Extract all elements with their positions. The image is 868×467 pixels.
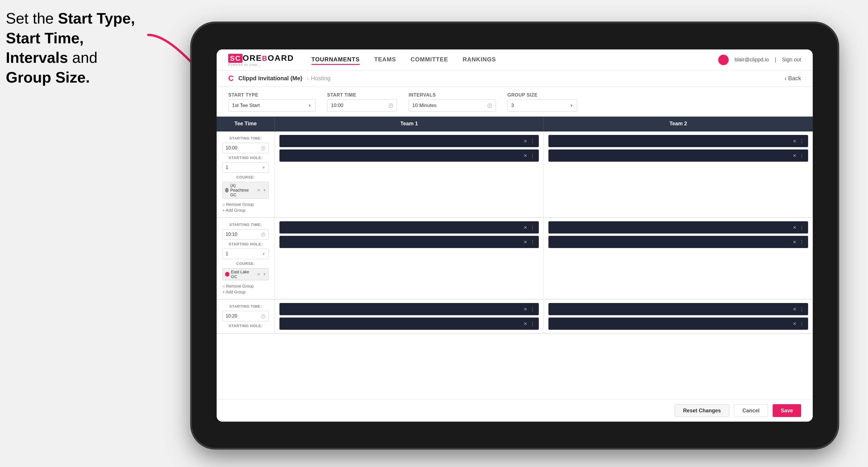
player-chevron-btn[interactable]: ⋮ (530, 239, 535, 245)
group-size-select[interactable]: 3 ▼ (507, 99, 577, 112)
nav-link-rankings[interactable]: RANKINGS (463, 55, 496, 65)
logo-sub: Powered by clipp... (228, 63, 294, 66)
player-row-actions: ✕ ⋮ (523, 307, 535, 312)
player-row-actions: ✕ ⋮ (793, 153, 804, 158)
starting-hole-input-2[interactable]: 1 ▼ (222, 249, 269, 259)
tablet-screen: SCOREBOARD Powered by clipp... TOURNAMEN… (217, 50, 813, 422)
nav-links: TOURNAMENTS TEAMS COMMITTEE RANKINGS (311, 55, 718, 65)
player-chevron-btn[interactable]: ⋮ (799, 307, 804, 312)
highlight-group-size: Group Size. (6, 69, 90, 86)
separator: | (775, 57, 776, 63)
starting-time-input-3[interactable]: 10:20 🕐 (222, 311, 269, 321)
player-x-btn[interactable]: ✕ (793, 138, 797, 144)
start-time-select[interactable]: 10:00 🕐 (327, 99, 397, 112)
start-time-group: Start Time 10:00 🕐 (327, 92, 397, 112)
player-chevron-btn[interactable]: ⋮ (530, 225, 535, 230)
player-row: ✕ ⋮ (279, 150, 539, 162)
player-row-actions: ✕ ⋮ (523, 138, 535, 144)
nav-link-committee[interactable]: COMMITTEE (411, 55, 448, 65)
schedule-table: Tee Time Team 1 Team 2 STARTING TIME: 10… (217, 117, 813, 399)
back-button[interactable]: Back (784, 75, 801, 82)
player-x-btn[interactable]: ✕ (523, 153, 527, 158)
tee-side-3: STARTING TIME: 10:20 🕐 STARTING HOLE: (217, 300, 275, 333)
nav-link-tournaments[interactable]: TOURNAMENTS (311, 55, 360, 65)
start-type-arrow: ▼ (308, 103, 312, 108)
team1-cell-2: ✕ ⋮ ✕ ⋮ (275, 218, 544, 299)
side-actions-1: ○ Remove Group + Add Group (222, 202, 269, 213)
cancel-button[interactable]: Cancel (734, 404, 768, 417)
team2-cell-3: ✕ ⋮ ✕ ⋮ (544, 300, 813, 333)
nav-right: blair@clippd.io | Sign out (718, 55, 801, 65)
player-row-actions: ✕ ⋮ (523, 225, 535, 230)
sign-out-link[interactable]: Sign out (782, 57, 801, 63)
starting-hole-label-3: STARTING HOLE: (222, 324, 269, 328)
intervals-value: 10 Minutes (412, 103, 436, 108)
group-size-group: Group Size 3 ▼ (507, 92, 577, 112)
course-icon-1 (225, 188, 228, 192)
player-x-btn[interactable]: ✕ (523, 225, 527, 230)
table-row: STARTING TIME: 10:00 🕐 STARTING HOLE: 1 … (217, 131, 813, 218)
instruction-text: Set the Start Type, Start Time, Interval… (6, 9, 145, 87)
player-x-btn[interactable]: ✕ (793, 307, 797, 312)
tee-side-1: STARTING TIME: 10:00 🕐 STARTING HOLE: 1 … (217, 131, 275, 217)
player-row: ✕ ⋮ (279, 236, 539, 248)
highlight-start-type: Start Type, (58, 10, 135, 27)
starting-time-label-1: STARTING TIME: (222, 136, 269, 141)
player-row-actions: ✕ ⋮ (793, 239, 804, 245)
remove-group-2[interactable]: ○ Remove Group (222, 284, 269, 288)
tournament-name: Clippd Invitational (Me) (239, 75, 303, 82)
player-chevron-btn[interactable]: ⋮ (530, 153, 535, 158)
starting-time-input-2[interactable]: 10:10 🕐 (222, 229, 269, 240)
player-x-btn[interactable]: ✕ (793, 225, 797, 230)
player-chevron-btn[interactable]: ⋮ (799, 321, 804, 326)
player-x-btn[interactable]: ✕ (793, 153, 797, 158)
table-header: Tee Time Team 1 Team 2 (217, 117, 813, 131)
player-row: ✕ ⋮ (279, 135, 539, 147)
starting-hole-label-1: STARTING HOLE: (222, 156, 269, 160)
reset-changes-button[interactable]: Reset Changes (675, 404, 729, 417)
user-avatar (718, 55, 729, 65)
footer-bar: Reset Changes Cancel Save (217, 399, 813, 422)
player-x-btn[interactable]: ✕ (793, 239, 797, 245)
player-row: ✕ ⋮ (549, 221, 808, 234)
starting-time-input-1[interactable]: 10:00 🕐 (222, 143, 269, 153)
course-label-1: COURSE: (222, 175, 269, 179)
player-x-btn[interactable]: ✕ (523, 239, 527, 245)
start-type-select[interactable]: 1st Tee Start ▼ (228, 99, 315, 112)
course-remove-2[interactable]: ✕ (257, 272, 260, 277)
course-remove-1[interactable]: ✕ (257, 188, 260, 192)
starting-hole-input-1[interactable]: 1 ▼ (222, 162, 269, 173)
player-chevron-btn[interactable]: ⋮ (799, 138, 804, 144)
player-row: ✕ ⋮ (279, 317, 539, 330)
player-x-btn[interactable]: ✕ (793, 321, 797, 326)
course-label-2: COURSE: (222, 261, 269, 266)
navbar: SCOREBOARD Powered by clipp... TOURNAMEN… (217, 50, 813, 70)
player-x-btn[interactable]: ✕ (523, 138, 527, 144)
intervals-select[interactable]: 10 Minutes 🕐 (408, 99, 496, 112)
th-team1: Team 1 (275, 117, 544, 131)
add-group-2[interactable]: + Add Group (222, 290, 269, 294)
player-row: ✕ ⋮ (549, 135, 808, 147)
add-group-1[interactable]: + Add Group (222, 208, 269, 213)
remove-group-1[interactable]: ○ Remove Group (222, 202, 269, 207)
player-chevron-btn[interactable]: ⋮ (530, 307, 535, 312)
intervals-label: Intervals (408, 92, 496, 98)
player-chevron-btn[interactable]: ⋮ (530, 138, 535, 144)
player-chevron-btn[interactable]: ⋮ (799, 225, 804, 230)
player-x-btn[interactable]: ✕ (523, 321, 527, 326)
player-row-actions: ✕ ⋮ (793, 225, 804, 230)
intervals-arrow: 🕐 (487, 103, 492, 108)
table-row: STARTING TIME: 10:10 🕐 STARTING HOLE: 1 … (217, 218, 813, 300)
start-type-label: Start Type (228, 92, 315, 98)
player-chevron-btn[interactable]: ⋮ (799, 239, 804, 245)
player-row: ✕ ⋮ (279, 221, 539, 234)
player-chevron-btn[interactable]: ⋮ (530, 321, 535, 326)
nav-link-teams[interactable]: TEAMS (374, 55, 396, 65)
player-x-btn[interactable]: ✕ (523, 307, 527, 312)
logo-text: SCOREBOARD (228, 54, 294, 63)
player-chevron-btn[interactable]: ⋮ (799, 153, 804, 158)
side-actions-2: ○ Remove Group + Add Group (222, 284, 269, 294)
tee-side-2: STARTING TIME: 10:10 🕐 STARTING HOLE: 1 … (217, 218, 275, 299)
player-row-actions: ✕ ⋮ (523, 153, 535, 158)
save-button[interactable]: Save (773, 404, 801, 417)
